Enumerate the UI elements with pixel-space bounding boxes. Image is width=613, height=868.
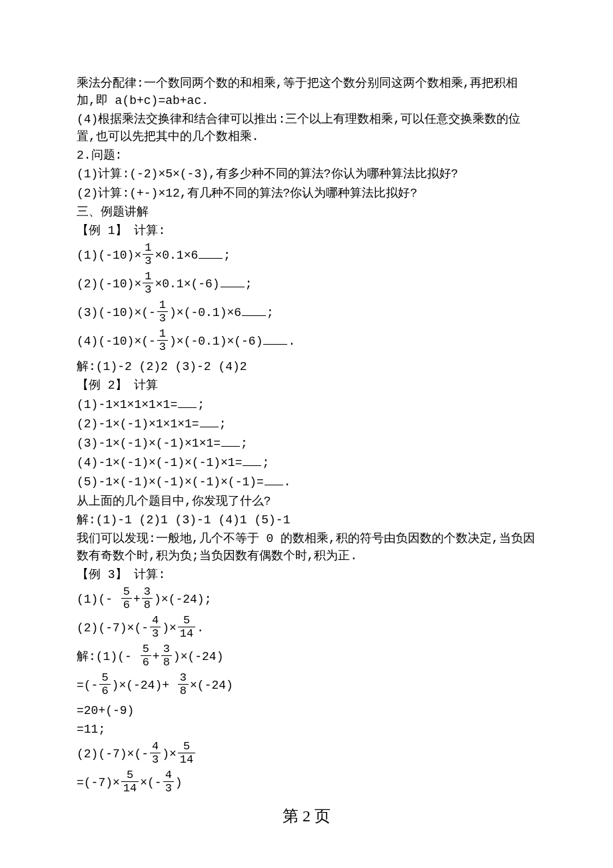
text: (5)-1×(-1)×(-1)×(-1)×(-1)= <box>77 475 264 489</box>
text: (3)(-10)×(- <box>77 306 156 319</box>
text: (4)-1×(-1)×(-1)×(-1)×1= <box>77 456 242 469</box>
text: (1)(-10)× <box>77 249 141 262</box>
text: )× <box>162 747 177 761</box>
section-3-heading: 三、例题讲解 <box>77 203 536 221</box>
text: (2)(-7)×(- <box>77 621 149 635</box>
fraction-5-14: 514 <box>121 769 139 794</box>
blank <box>200 415 219 427</box>
question-2: (2)计算:(+-)×12,有几种不同的算法?你认为哪种算法比拟好? <box>77 185 536 202</box>
text: (1)(- <box>77 593 113 606</box>
blank <box>242 303 266 316</box>
example-2-solution: 解:(1)-1 (2)1 (3)-1 (4)1 (5)-1 <box>77 511 536 529</box>
question-1: (1)计算:(-2)×5×(-3),有多少种不同的算法?你认为哪种算法比拟好? <box>77 165 536 183</box>
text: 我们可以发现:一般地,几个不等于 0 的数相乘,积的符号由负因数的个数决定,当负… <box>77 532 535 563</box>
example-1-title: 【例 1】 计算: <box>77 222 536 239</box>
fraction-3-8: 38 <box>178 672 189 697</box>
text: ; <box>262 456 269 469</box>
text: 解:(1)(- <box>77 650 132 663</box>
example-1-item-3: (3)(-10)×(-13)×(-0.1)×6; <box>77 301 536 325</box>
text: 【例 1】 计算: <box>77 224 165 237</box>
example-1-item-2: (2)(-10)×13×0.1×(-6); <box>77 272 536 297</box>
example-3-solution-1-line4: =11; <box>77 721 536 738</box>
text: (3)-1×(-1)×(-1)×1×1= <box>77 437 221 450</box>
text: ; <box>197 398 205 411</box>
example-1-solution: 解:(1)-2 (2)2 (3)-2 (4)2 <box>77 358 536 375</box>
example-3-solution-1-line3: =20+(-9) <box>77 702 536 719</box>
example-3-item-1: (1)(- 56+38)×(-24); <box>77 587 536 612</box>
text: (1)-1×1×1×1×1= <box>77 398 177 411</box>
blank <box>263 332 287 345</box>
text: ×0.1×6 <box>155 249 198 262</box>
example-2-item-1: (1)-1×1×1×1×1=; <box>77 395 536 413</box>
text: 【例 2】 计算 <box>77 379 158 392</box>
text: =(-7)× <box>77 776 120 789</box>
blank <box>221 434 240 447</box>
text: (2)(-7)×(- <box>77 747 149 761</box>
text: )×(-24) <box>173 650 224 663</box>
text: 解:(1)-1 (2)1 (3)-1 (4)1 (5)-1 <box>77 513 290 527</box>
text: (4)根据乘法交换律和结合律可以推出:三个以上有理数相乘,可以任意交换乘数的位置… <box>77 113 520 143</box>
fraction-5-6: 56 <box>121 586 132 611</box>
example-3-solution-1-line2: =(-56)×(-24)+ 38×(-24) <box>77 673 536 698</box>
example-2-item-2: (2)-1×(-1)×1×1×1=; <box>77 415 536 433</box>
text: (2)-1×(-1)×1×1×1= <box>77 417 199 431</box>
fraction-1-3: 13 <box>143 242 153 267</box>
example-3-solution-2-line2: =(-7)×514×(-43) <box>77 771 536 795</box>
text: ; <box>219 417 227 431</box>
text: ×(- <box>140 776 161 789</box>
text: . <box>288 335 295 348</box>
text: )×(-0.1)×6 <box>169 306 241 319</box>
example-2-item-5: (5)-1×(-1)×(-1)×(-1)×(-1)=. <box>77 473 536 491</box>
text: ; <box>267 306 274 319</box>
text: 【例 3】 计算: <box>77 568 165 581</box>
fraction-4-3: 43 <box>163 769 174 794</box>
text: 三、例题讲解 <box>77 205 149 219</box>
fraction-1-3: 13 <box>157 328 168 353</box>
blank <box>265 473 283 485</box>
text: ) <box>175 776 183 789</box>
paragraph-distributive: 乘法分配律:一个数同两个数的和相乘,等于把这个数分别同这两个数相乘,再把积相加,… <box>77 75 536 109</box>
fraction-1-3: 13 <box>157 299 168 324</box>
text: 2.问题: <box>77 149 122 162</box>
text: (2)(-10)× <box>77 277 141 291</box>
text: . <box>284 475 291 489</box>
page-number: 第 2 页 <box>283 807 330 825</box>
text: ×0.1×(-6) <box>155 277 219 291</box>
text: . <box>197 621 204 635</box>
text: =(- <box>77 679 98 692</box>
text: (2)计算:(+-)×12,有几种不同的算法?你认为哪种算法比拟好? <box>77 187 417 200</box>
fraction-3-8: 38 <box>142 586 153 611</box>
fraction-5-6: 56 <box>141 643 151 668</box>
fraction-4-3: 43 <box>150 741 161 765</box>
example-2-title: 【例 2】 计算 <box>77 377 536 394</box>
blank <box>178 395 197 408</box>
text: 乘法分配律:一个数同两个数的和相乘,等于把这个数分别同这两个数相乘,再把积相加,… <box>77 77 518 107</box>
text: (4)(-10)×(- <box>77 335 156 348</box>
text: (1)计算:(-2)×5×(-3),有多少种不同的算法?你认为哪种算法比拟好? <box>77 167 458 181</box>
example-3-solution-2-line1: (2)(-7)×(-43)×514 <box>77 742 536 767</box>
text: ; <box>223 249 231 262</box>
fraction-4-3: 43 <box>150 615 161 639</box>
text: =11; <box>77 723 105 736</box>
example-3-solution-1-line1: 解:(1)(- 56+38)×(-24) <box>77 645 536 669</box>
fraction-5-14: 514 <box>178 741 195 765</box>
example-2-question: 从上面的几个题目中,你发现了什么? <box>77 493 536 510</box>
text: 解:(1)-2 (2)2 (3)-2 (4)2 <box>77 360 247 373</box>
text: 从上面的几个题目中,你发现了什么? <box>77 495 271 508</box>
paragraph-commutative: (4)根据乘法交换律和结合律可以推出:三个以上有理数相乘,可以任意交换乘数的位置… <box>77 111 536 145</box>
example-1-item-1: (1)(-10)×13×0.1×6; <box>77 243 536 268</box>
blank <box>243 453 261 466</box>
fraction-3-8: 38 <box>161 643 172 668</box>
blank <box>199 246 223 259</box>
question-heading: 2.问题: <box>77 147 536 164</box>
example-2-conclusion: 我们可以发现:一般地,几个不等于 0 的数相乘,积的符号由负因数的个数决定,当负… <box>77 530 536 565</box>
fraction-5-6: 56 <box>99 672 110 697</box>
text: )× <box>162 621 177 635</box>
text: )×(-24); <box>154 593 211 606</box>
blank <box>221 275 245 287</box>
page-footer: 第 2 页 <box>0 805 613 828</box>
text: ×(-24) <box>190 679 233 692</box>
text: )×(-24)+ <box>112 679 169 692</box>
example-2-item-3: (3)-1×(-1)×(-1)×1×1=; <box>77 434 536 452</box>
text: )×(-0.1)×(-6) <box>169 335 263 348</box>
